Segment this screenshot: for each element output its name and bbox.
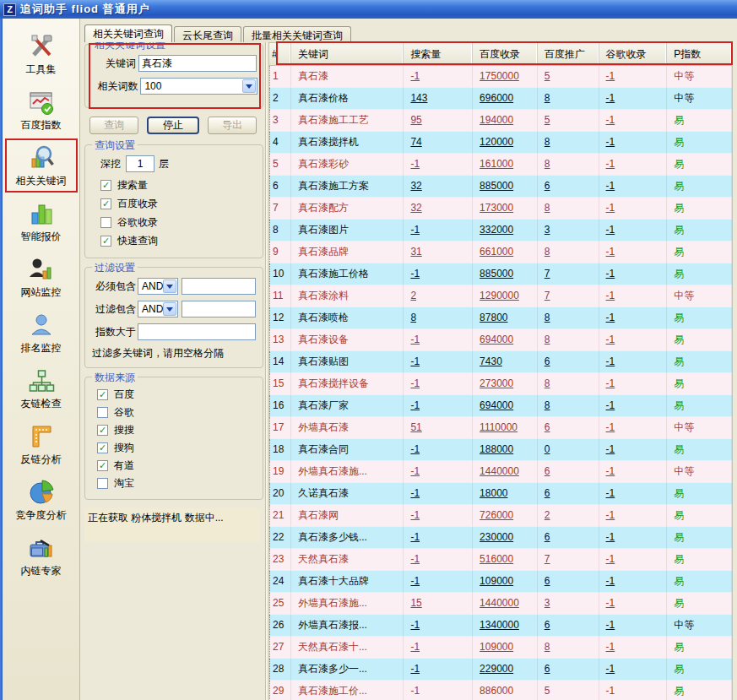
value-link[interactable]: -1 (599, 395, 668, 417)
value-link[interactable]: 6 (538, 176, 599, 198)
checkbox-box[interactable] (97, 478, 108, 489)
value-link[interactable]: 6 (538, 417, 599, 439)
checkbox-box[interactable] (100, 236, 111, 247)
tab-1[interactable]: 云长尾查询 (174, 26, 241, 42)
value-link[interactable]: -1 (404, 439, 473, 461)
column-header-5[interactable]: 谷歌收录 (599, 43, 668, 65)
value-link[interactable]: 1290000 (473, 285, 538, 307)
sidebar-item-smart-quote[interactable]: 智能报价 (7, 196, 76, 247)
checkbox-youdao[interactable]: 有道 (97, 459, 257, 473)
value-link[interactable]: 2 (538, 505, 599, 527)
value-link[interactable]: 7 (538, 263, 599, 285)
value-link[interactable]: -1 (404, 571, 473, 593)
value-link[interactable]: -1 (599, 132, 668, 154)
sidebar-item-friend-link[interactable]: 友链检查 (7, 363, 76, 414)
value-link[interactable]: 8 (538, 329, 599, 351)
value-link[interactable]: -1 (404, 154, 473, 176)
value-link[interactable]: -1 (599, 659, 668, 681)
stop-button[interactable]: 停止 (147, 117, 199, 134)
value-link[interactable]: 194000 (473, 110, 538, 132)
value-link[interactable]: -1 (599, 329, 668, 351)
checkbox-sogou[interactable]: 搜狗 (97, 441, 257, 455)
index-greater-input[interactable] (138, 323, 256, 340)
value-link[interactable]: 7 (538, 285, 599, 307)
filter-contain-input[interactable] (182, 301, 256, 317)
value-link[interactable]: 0 (538, 439, 599, 461)
value-link[interactable]: -1 (599, 351, 668, 373)
value-link[interactable]: -1 (599, 439, 668, 461)
value-link[interactable]: 6 (538, 527, 599, 549)
value-link[interactable]: 7 (538, 549, 599, 571)
value-link[interactable]: 173000 (473, 198, 538, 220)
value-link[interactable]: 6 (538, 351, 599, 373)
value-link[interactable]: 8 (538, 373, 599, 395)
value-link[interactable]: -1 (599, 483, 668, 505)
value-link[interactable]: 6 (538, 483, 599, 505)
depth-input[interactable] (126, 155, 154, 172)
column-header-0[interactable]: # (269, 43, 291, 65)
value-link[interactable]: 1440000 (473, 593, 538, 615)
value-link[interactable]: -1 (599, 615, 668, 637)
value-link[interactable]: -1 (599, 637, 668, 659)
value-link[interactable]: 6 (538, 571, 599, 593)
query-button[interactable]: 查询 (89, 117, 138, 134)
value-link[interactable]: 273000 (473, 373, 538, 395)
column-header-2[interactable]: 搜索量 (404, 43, 473, 65)
chevron-down-icon[interactable] (163, 302, 176, 316)
sidebar-item-competition[interactable]: 竞争度分析 (7, 475, 76, 525)
value-link[interactable]: 31 (404, 241, 473, 263)
sidebar-item-tools[interactable]: 工具集 (7, 29, 76, 79)
checkbox-box[interactable] (97, 389, 108, 400)
value-link[interactable]: 32 (404, 176, 473, 198)
value-link[interactable]: 6 (538, 461, 599, 483)
value-link[interactable]: 229000 (473, 659, 538, 681)
checkbox-box[interactable] (97, 460, 108, 471)
value-link[interactable]: -1 (599, 110, 668, 132)
value-link[interactable]: -1 (599, 307, 668, 329)
checkbox-box[interactable] (97, 442, 108, 453)
column-header-6[interactable]: P指数 (667, 43, 732, 65)
value-link[interactable]: 886000 (473, 681, 538, 700)
value-link[interactable]: 332000 (473, 220, 538, 241)
value-link[interactable]: -1 (599, 154, 668, 176)
value-link[interactable]: 188000 (473, 439, 538, 461)
checkbox-soso[interactable]: 搜搜 (97, 423, 257, 437)
sidebar-item-baidu-index[interactable]: 百度指数 (7, 84, 76, 135)
value-link[interactable]: 1750000 (473, 66, 538, 88)
value-link[interactable]: 661000 (473, 241, 538, 263)
checkbox-baidu-included[interactable]: 百度收录 (100, 197, 257, 211)
value-link[interactable]: 1340000 (473, 615, 538, 637)
value-link[interactable]: -1 (599, 527, 668, 549)
value-link[interactable]: -1 (599, 461, 668, 483)
must-contain-operator-select[interactable]: AND (138, 278, 178, 295)
checkbox-google[interactable]: 谷歌 (97, 405, 257, 420)
value-link[interactable]: -1 (599, 549, 668, 571)
value-link[interactable]: 120000 (473, 132, 538, 154)
column-header-3[interactable]: 百度收录 (473, 43, 538, 65)
value-link[interactable]: -1 (404, 527, 473, 549)
value-link[interactable]: 15 (404, 593, 473, 615)
value-link[interactable]: 696000 (473, 88, 538, 110)
value-link[interactable]: -1 (599, 220, 668, 241)
column-header-1[interactable]: 关键词 (291, 43, 404, 65)
sidebar-item-rank-monitor[interactable]: 排名监控 (7, 307, 76, 358)
value-link[interactable]: 8 (538, 395, 599, 417)
value-link[interactable]: -1 (599, 88, 668, 110)
value-link[interactable]: -1 (599, 593, 668, 615)
column-header-4[interactable]: 百度推广 (538, 43, 599, 65)
value-link[interactable]: -1 (599, 373, 668, 395)
value-link[interactable]: 109000 (473, 571, 538, 593)
value-link[interactable]: 3 (538, 220, 599, 241)
tab-2[interactable]: 批量相关关键词查询 (243, 26, 351, 42)
value-link[interactable]: 161000 (473, 154, 538, 176)
checkbox-box[interactable] (100, 180, 111, 191)
value-link[interactable]: 7430 (473, 351, 538, 373)
checkbox-box[interactable] (97, 425, 108, 436)
value-link[interactable]: 32 (404, 198, 473, 220)
keyword-input[interactable] (138, 55, 257, 72)
value-link[interactable]: 5 (538, 66, 599, 88)
value-link[interactable]: -1 (404, 659, 473, 681)
value-link[interactable]: -1 (599, 681, 668, 700)
value-link[interactable]: -1 (599, 417, 668, 439)
value-link[interactable]: 87800 (473, 307, 538, 329)
